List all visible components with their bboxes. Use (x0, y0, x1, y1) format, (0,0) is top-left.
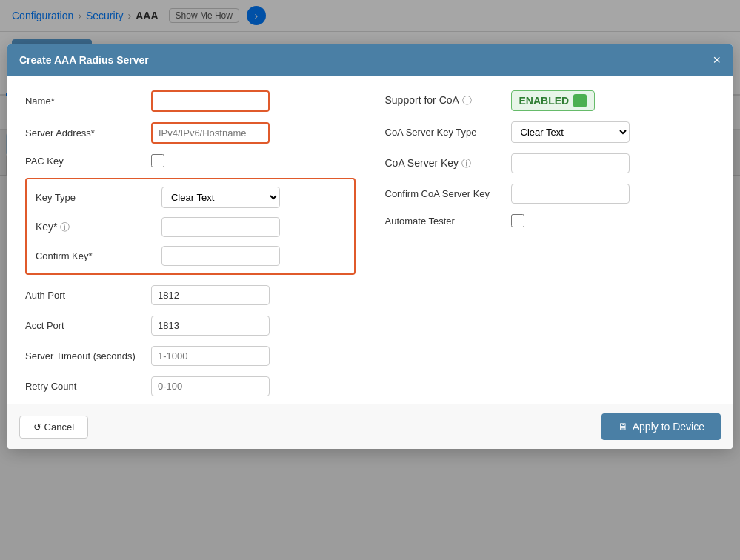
coa-key-info-icon: ⓘ (461, 158, 471, 169)
coa-key-type-select[interactable]: Clear Text Encrypted (511, 121, 630, 143)
pac-key-label: PAC Key (25, 156, 144, 167)
coa-server-key-label: CoA Server Key ⓘ (385, 157, 504, 170)
enabled-dot (573, 94, 587, 107)
support-coa-label: Support for CoA ⓘ (385, 94, 504, 107)
name-label: Name* (25, 96, 144, 107)
coa-key-type-label: CoA Server Key Type (385, 127, 504, 138)
name-input[interactable] (151, 90, 270, 112)
support-coa-row: Support for CoA ⓘ ENABLED (385, 90, 716, 111)
modal-title: Create AAA Radius Server (19, 54, 149, 66)
coa-server-key-row: CoA Server Key ⓘ (385, 153, 716, 173)
coa-server-key-input[interactable] (511, 153, 630, 173)
server-address-input[interactable] (151, 122, 270, 144)
modal-header: Create AAA Radius Server × (7, 44, 733, 76)
name-row: Name* (25, 90, 356, 112)
modal-overlay: Create AAA Radius Server × Name* Server … (0, 0, 740, 176)
modal-right-col: Support for CoA ⓘ ENABLED CoA Server Key… (385, 90, 716, 176)
modal-body: Name* Server Address* PAC Key Key Type (7, 76, 733, 176)
server-address-row: Server Address* (25, 122, 356, 144)
support-coa-enabled-badge[interactable]: ENABLED (511, 90, 596, 111)
modal-close-button[interactable]: × (713, 53, 721, 67)
support-coa-info-icon: ⓘ (462, 95, 472, 106)
enabled-label: ENABLED (519, 95, 570, 107)
pac-key-row: PAC Key (25, 154, 356, 167)
server-address-label: Server Address* (25, 127, 144, 139)
create-radius-server-modal: Create AAA Radius Server × Name* Server … (7, 44, 733, 176)
modal-left-col: Name* Server Address* PAC Key Key Type (25, 90, 356, 176)
pac-key-checkbox[interactable] (151, 154, 164, 167)
coa-key-type-row: CoA Server Key Type Clear Text Encrypted (385, 121, 716, 143)
